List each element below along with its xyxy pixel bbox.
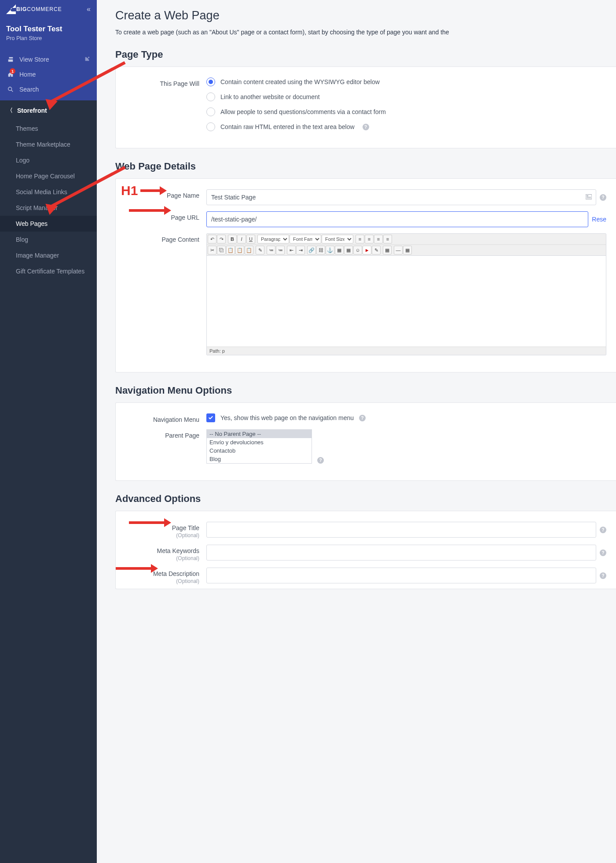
help-icon[interactable]: ?	[363, 124, 369, 130]
radio-icon[interactable]	[206, 122, 215, 131]
tb-eraser-icon[interactable]: ✎	[256, 246, 264, 254]
nav-section-label: Storefront	[17, 107, 47, 114]
tb-format-select[interactable]: Paragraph	[257, 235, 289, 243]
brand-logo: BIGCOMMERCE	[6, 4, 62, 14]
section-details-title: Web Page Details	[115, 161, 616, 172]
input-page-name[interactable]	[206, 189, 596, 205]
nav-search[interactable]: Search	[0, 82, 97, 97]
tb-media-icon[interactable]: ▦	[344, 246, 353, 254]
label-nav-menu: Navigation Menu	[116, 413, 206, 423]
tb-emoji-icon[interactable]: ☺	[353, 246, 362, 254]
label-page-name: Page Name	[116, 189, 206, 199]
search-icon	[7, 86, 14, 93]
input-meta-description[interactable]	[206, 568, 596, 583]
tb-underline-icon[interactable]: U	[246, 235, 255, 243]
checkbox-show-in-nav[interactable]	[206, 413, 215, 422]
nav-search-label: Search	[19, 86, 39, 93]
tb-more-icon[interactable]: ▦	[403, 246, 412, 254]
nav-item-gift-certificate-templates[interactable]: Gift Certificate Templates	[0, 263, 97, 279]
tb-redo-icon[interactable]: ↷	[217, 235, 226, 243]
tb-paste-text-icon[interactable]: 📋	[235, 246, 244, 254]
help-icon[interactable]: ?	[317, 457, 324, 464]
tb-edit-icon[interactable]: ✎	[372, 246, 381, 254]
parent-page-option[interactable]: Blog	[207, 455, 312, 463]
help-icon[interactable]: ?	[600, 527, 606, 533]
collapse-sidebar-icon[interactable]: «	[87, 5, 91, 13]
store-icon	[7, 56, 14, 63]
page-description: To create a web page (such as an "About …	[115, 29, 616, 36]
tb-cut-icon[interactable]: ✂	[208, 246, 216, 254]
panel-page-type: This Page Will Contain content created u…	[115, 66, 616, 148]
tb-hr-icon[interactable]: —	[394, 246, 403, 254]
label-meta-desc: Meta Description (Optional)	[116, 568, 206, 584]
nav-item-themes[interactable]: Themes	[0, 121, 97, 136]
nav-item-theme-marketplace[interactable]: Theme Marketplace	[0, 136, 97, 152]
help-icon[interactable]: ?	[600, 194, 606, 201]
nav-item-script-manager[interactable]: Script Manager	[0, 200, 97, 216]
tb-align-right-icon[interactable]: ≡	[374, 235, 383, 243]
tb-unlink-icon[interactable]: ⛓	[316, 246, 325, 254]
panel-advanced: Page Title (Optional) ? Meta Keywords (O…	[115, 511, 616, 589]
parent-page-option[interactable]: -- No Parent Page --	[207, 430, 312, 438]
parent-page-option[interactable]: Contactob	[207, 446, 312, 455]
input-page-title[interactable]	[206, 522, 596, 538]
nav-item-social-media-links[interactable]: Social Media Links	[0, 184, 97, 200]
tb-bold-icon[interactable]: B	[228, 235, 237, 243]
tb-link-icon[interactable]: 🔗	[307, 246, 316, 254]
check-icon	[208, 415, 213, 420]
tb-copy-icon[interactable]: ⿻	[217, 246, 226, 254]
tb-anchor-icon[interactable]: ⚓	[326, 246, 334, 254]
radio-icon[interactable]	[206, 92, 215, 101]
label-page-title: Page Title (Optional)	[116, 522, 206, 538]
page-type-option[interactable]: Contain raw HTML entered in the text are…	[206, 122, 606, 131]
tb-align-justify-icon[interactable]: ≡	[383, 235, 392, 243]
parent-page-option[interactable]: Envío y devoluciones	[207, 438, 312, 446]
nav-section-storefront[interactable]: 〈 Storefront	[0, 100, 97, 121]
page-type-option[interactable]: Contain content created using the WYSIWY…	[206, 77, 606, 86]
tb-align-left-icon[interactable]: ≡	[356, 235, 364, 243]
brand-big: BIG	[16, 6, 27, 12]
radio-label: Link to another website or document	[220, 93, 320, 100]
nav-view-store-label: View Store	[19, 56, 49, 63]
nav-home-label: Home	[19, 71, 36, 78]
tb-italic-icon[interactable]: I	[237, 235, 246, 243]
tb-image-icon[interactable]: ▦	[335, 246, 344, 254]
reset-link[interactable]: Rese	[592, 216, 606, 223]
tb-align-center-icon[interactable]: ≡	[365, 235, 374, 243]
card-icon	[586, 193, 592, 201]
tb-indent-icon[interactable]: ⇥	[296, 246, 305, 254]
help-icon[interactable]: ?	[359, 415, 366, 421]
radio-icon[interactable]	[206, 77, 215, 86]
tb-ol-icon[interactable]: ≔	[276, 246, 285, 254]
sidebar: BIGCOMMERCE « Tool Tester Test Pro Plan …	[0, 0, 97, 863]
nav-item-blog[interactable]: Blog	[0, 232, 97, 247]
tb-ul-icon[interactable]: ≔	[267, 246, 275, 254]
store-name: Tool Tester Test	[0, 17, 97, 35]
editor-body[interactable]	[207, 256, 606, 347]
tb-fontfamily-select[interactable]: Font Family	[290, 235, 321, 243]
nav-item-home-page-carousel[interactable]: Home Page Carousel	[0, 168, 97, 184]
input-meta-keywords[interactable]	[206, 545, 596, 561]
tb-paste-word-icon[interactable]: 📋	[245, 246, 253, 254]
tb-fontsize-select[interactable]: Font Size	[322, 235, 353, 243]
tb-youtube-icon[interactable]: ▶	[363, 246, 371, 254]
tb-undo-icon[interactable]: ↶	[208, 235, 216, 243]
nav-item-image-manager[interactable]: Image Manager	[0, 247, 97, 263]
tb-outdent-icon[interactable]: ⇤	[287, 246, 296, 254]
parent-page-select[interactable]: -- No Parent Page --Envío y devoluciones…	[206, 429, 312, 464]
help-icon[interactable]: ?	[600, 550, 606, 556]
page-type-option[interactable]: Allow people to send questions/comments …	[206, 107, 606, 116]
tb-table-icon[interactable]: ▦	[383, 246, 392, 254]
nav-home[interactable]: 1 Home	[0, 67, 97, 82]
help-icon[interactable]: ?	[600, 572, 606, 579]
nav-item-web-pages[interactable]: Web Pages	[0, 216, 97, 232]
page-type-option[interactable]: Link to another website or document	[206, 92, 606, 101]
nav-view-store[interactable]: View Store	[0, 52, 97, 67]
sidebar-top: BIGCOMMERCE « Tool Tester Test Pro Plan …	[0, 0, 97, 100]
chevron-left-icon: 〈	[7, 107, 13, 114]
nav-item-logo[interactable]: Logo	[0, 152, 97, 168]
tb-paste-icon[interactable]: 📋	[226, 246, 235, 254]
svg-point-0	[8, 87, 12, 91]
radio-icon[interactable]	[206, 107, 215, 116]
input-page-url[interactable]	[206, 211, 588, 227]
